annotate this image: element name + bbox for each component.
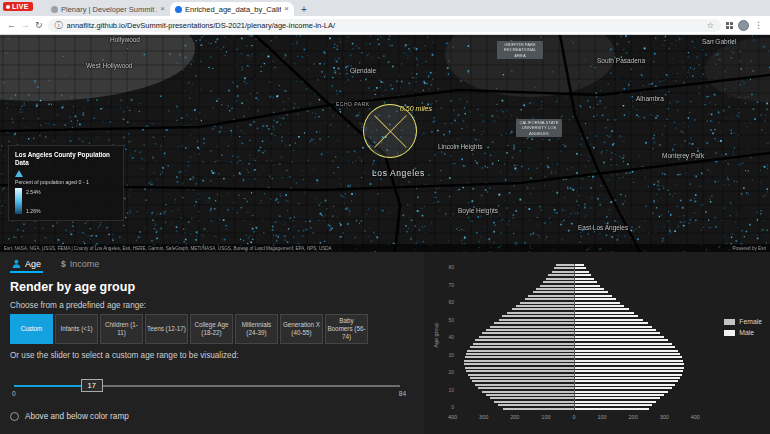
reload-icon[interactable]: ↻ (35, 21, 43, 30)
female-bar (556, 264, 574, 266)
chart-center-axis (574, 264, 575, 410)
male-bar (574, 394, 664, 396)
age-range-button-generation-x-40-55[interactable]: Generation X (40-55) (280, 314, 323, 344)
powered-by-esri: Powered by Esri (733, 246, 766, 251)
tab-age-label: Age (25, 259, 41, 269)
url-text[interactable]: annaflitz.github.io/DevSummit-presentati… (67, 21, 703, 30)
female-bar (520, 302, 574, 304)
y-tick-label: 60 (448, 299, 454, 305)
female-bar (528, 295, 574, 297)
map-place-label: East Los Angeles (578, 224, 628, 231)
x-tick-label: 200 (510, 414, 519, 420)
radio-icon[interactable] (10, 412, 19, 421)
female-bar (533, 291, 574, 293)
female-bar (502, 315, 574, 317)
legend-subtitle: Percent of population aged 0 - 1 (15, 179, 117, 185)
tab-age[interactable]: Age (10, 256, 43, 273)
person-icon (12, 259, 21, 268)
browser-tab-strip: LIVE Plenary | Developer Summit 2 × Enri… (0, 0, 770, 16)
map-place-label: Hollywood (110, 36, 140, 43)
age-range-button-college-age-18-22[interactable]: College Age (18-22) (190, 314, 233, 344)
browser-tab-plenary[interactable]: Plenary | Developer Summit 2 × (46, 2, 170, 16)
female-swatch (724, 319, 735, 325)
age-slider[interactable]: 17 0 84 (10, 376, 414, 398)
male-bar (574, 281, 597, 283)
y-tick-label: 0 (451, 404, 454, 410)
female-bar (552, 271, 574, 273)
female-bar (494, 322, 574, 324)
color-ramp (15, 188, 22, 214)
female-bar (478, 387, 574, 389)
female-label: Female (739, 318, 762, 325)
age-range-button-children-1-11[interactable]: Children (1-11) (100, 314, 143, 344)
color-ramp-option[interactable]: Above and below color ramp (10, 412, 414, 421)
female-bar (503, 408, 574, 410)
age-range-button-millennials-24-39[interactable]: Millennials (24-39) (235, 314, 278, 344)
chart-y-axis-label: Age group (433, 315, 439, 355)
ramp-max-label: 2.54% (26, 189, 41, 195)
browser-menu-icon[interactable]: ⋮ (754, 20, 763, 30)
slider-thumb[interactable]: 17 (81, 379, 103, 392)
y-tick-label: 30 (448, 352, 454, 358)
female-bar (465, 367, 574, 369)
age-range-button-baby-boomers-56-74[interactable]: Baby Boomers (56-74) (325, 314, 368, 344)
female-bar (470, 377, 574, 379)
male-bar (574, 271, 589, 273)
site-info-icon[interactable]: ⓘ (55, 20, 63, 31)
y-tick-label: 20 (448, 369, 454, 375)
male-bar (574, 408, 649, 410)
female-bar (470, 346, 574, 348)
y-tick-label: 50 (448, 317, 454, 323)
male-bar (574, 387, 672, 389)
female-bar (543, 281, 574, 283)
male-bar (574, 312, 634, 314)
extensions-icon[interactable] (726, 22, 733, 29)
male-bar (574, 367, 684, 369)
buffer-circle-tool[interactable] (363, 104, 417, 158)
legend-title: Los Angeles County Population Data (15, 151, 117, 167)
female-bar (499, 319, 574, 321)
male-bar (574, 295, 612, 297)
predefined-range-label: Choose from a predefined age range: (10, 301, 414, 310)
live-dot-icon (6, 5, 10, 9)
male-bar (574, 302, 620, 304)
dollar-icon: $ (61, 259, 66, 269)
map-place-label: Monterey Park (662, 152, 704, 159)
y-tick-label: 70 (448, 282, 454, 288)
female-bar (498, 404, 574, 406)
url-bar[interactable]: ⓘ annaflitz.github.io/DevSummit-presenta… (48, 19, 721, 32)
male-bar (574, 288, 604, 290)
female-bar (464, 360, 574, 362)
age-range-button-infants-1[interactable]: Infants (<1) (55, 314, 98, 344)
male-bar (574, 308, 629, 310)
buffer-radius-label: 0.50 miles (400, 105, 432, 112)
male-bar (574, 291, 608, 293)
tab-close-icon[interactable]: × (284, 5, 289, 13)
female-bar (507, 312, 574, 314)
new-tab-button[interactable]: + (294, 4, 314, 16)
male-bar (574, 285, 600, 287)
female-bar (464, 363, 574, 365)
chart-y-ticks: 80706050403020100 (440, 264, 454, 410)
forward-icon[interactable]: → (21, 21, 30, 30)
bookmark-star-icon[interactable]: ☆ (707, 21, 714, 30)
male-bar (574, 336, 664, 338)
browser-tab-enriched-data[interactable]: Enriched_age_data_by_Califor × (170, 2, 294, 16)
male-bar (574, 346, 675, 348)
map-legend: Los Angeles County Population Data Perce… (8, 145, 124, 221)
map-place-label: West Hollywood (86, 62, 132, 69)
tab-income[interactable]: $ Income (59, 256, 101, 273)
tab-income-label: Income (70, 259, 100, 269)
age-range-button-custom[interactable]: Custom (10, 314, 53, 344)
back-icon[interactable]: ← (7, 21, 16, 30)
map-view[interactable]: HollywoodWest HollywoodGlendaleECHO PARK… (0, 35, 770, 252)
tab-close-icon[interactable]: × (160, 5, 165, 13)
male-bar (574, 339, 668, 341)
attribution-text: Esri, NASA, NGA, USGS, FEMA | County of … (4, 246, 332, 251)
age-range-button-teens-12-17[interactable]: Teens (12-17) (145, 314, 188, 344)
profile-avatar[interactable] (738, 20, 749, 31)
male-bar (574, 343, 672, 345)
female-bar (475, 339, 574, 341)
male-bar (574, 322, 648, 324)
male-bar (574, 305, 624, 307)
